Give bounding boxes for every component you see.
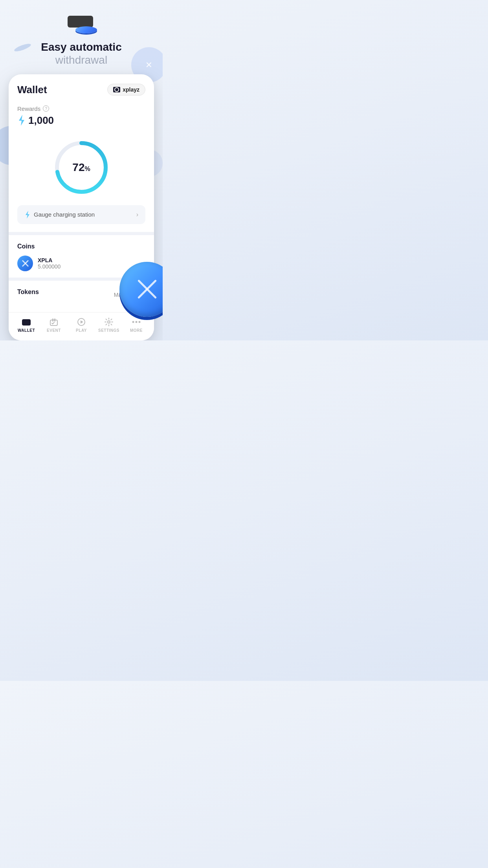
gauge-lightning-icon — [24, 211, 31, 219]
rewards-label-text: Rewards — [17, 105, 40, 112]
gauge-charging-button[interactable]: Gauge charging station › — [17, 205, 145, 224]
play-nav-icon — [77, 317, 86, 327]
account-badge[interactable]: xplayz — [107, 84, 145, 96]
coin-item-left: XPLA 5.000000 — [17, 256, 61, 271]
nav-wallet[interactable]: WALLET — [16, 317, 37, 333]
svg-point-14 — [139, 321, 141, 323]
nav-event[interactable]: EVENT — [43, 317, 65, 333]
svg-point-13 — [136, 321, 138, 323]
page-wrapper: Easy automatic withdrawal Wallet xplayz … — [0, 0, 163, 340]
coin-info: XPLA 5.000000 — [38, 257, 61, 270]
nav-settings[interactable]: SETTINGS — [98, 317, 120, 333]
device-icon — [68, 16, 93, 28]
nav-event-label: EVENT — [47, 328, 61, 333]
svg-point-11 — [108, 321, 110, 323]
progress-ring: 72% — [50, 136, 113, 199]
wallet-title: Wallet — [17, 84, 47, 96]
main-title: Easy automatic — [41, 40, 121, 54]
lightning-icon — [17, 115, 26, 126]
nav-play[interactable]: PLAY — [71, 317, 92, 333]
rewards-amount: 1,000 — [17, 114, 145, 127]
gauge-button-text: Gauge charging station — [34, 211, 95, 218]
svg-rect-7 — [52, 318, 53, 322]
svg-point-12 — [132, 321, 134, 323]
nav-settings-label: SETTINGS — [98, 328, 119, 333]
settings-nav-icon — [104, 317, 114, 327]
wallet-header: Wallet xplayz — [9, 74, 154, 102]
main-subtitle: withdrawal — [55, 54, 107, 66]
bottom-nav: WALLET EVENT — [9, 312, 154, 340]
xpla-coin-icon — [17, 256, 33, 271]
rewards-section: Rewards ? 1,000 — [9, 102, 154, 133]
help-icon[interactable]: ? — [43, 105, 49, 112]
chevron-right-icon: › — [136, 211, 138, 218]
wallet-nav-icon — [22, 317, 31, 327]
svg-rect-5 — [28, 322, 29, 324]
gauge-button-label-area: Gauge charging station — [24, 211, 95, 219]
gauge-section: 72% Gauge charging station › — [9, 133, 154, 232]
wallet-badge-icon — [113, 87, 120, 92]
svg-marker-10 — [81, 320, 83, 324]
coins-section-label: Coins — [17, 243, 145, 250]
more-nav-icon — [132, 317, 141, 327]
nav-more-label: MORE — [130, 328, 143, 333]
nav-more[interactable]: MORE — [126, 317, 147, 333]
section-divider-1 — [9, 232, 154, 235]
gauge-percentage: 72% — [72, 161, 90, 174]
event-nav-icon — [49, 317, 59, 327]
nav-play-label: PLAY — [76, 328, 87, 333]
header-icon — [66, 16, 97, 33]
top-area: Easy automatic withdrawal — [0, 0, 163, 74]
rewards-value: 1,000 — [28, 114, 54, 127]
svg-rect-8 — [54, 318, 55, 322]
coin-name: XPLA — [38, 257, 61, 263]
nav-wallet-label: WALLET — [18, 328, 35, 333]
svg-marker-0 — [19, 115, 24, 126]
account-badge-label: xplayz — [123, 86, 139, 93]
coin-amount: 5.000000 — [38, 263, 61, 270]
coin-3d-icon — [75, 26, 97, 33]
rewards-label: Rewards ? — [17, 105, 145, 112]
tokens-section-label: Tokens — [17, 289, 39, 296]
svg-marker-3 — [26, 211, 29, 219]
xpla-coin-item[interactable]: XPLA 5.000000 › — [17, 256, 145, 271]
